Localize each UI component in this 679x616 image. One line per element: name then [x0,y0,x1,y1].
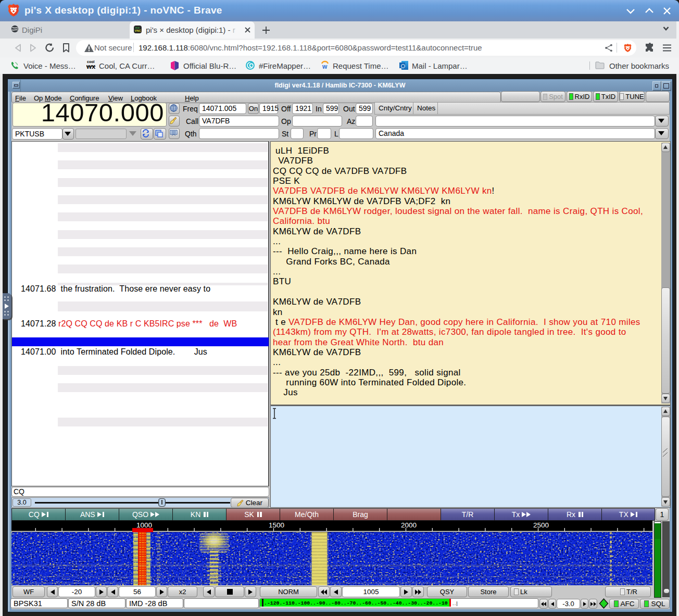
svg-text:w: w [322,63,328,70]
